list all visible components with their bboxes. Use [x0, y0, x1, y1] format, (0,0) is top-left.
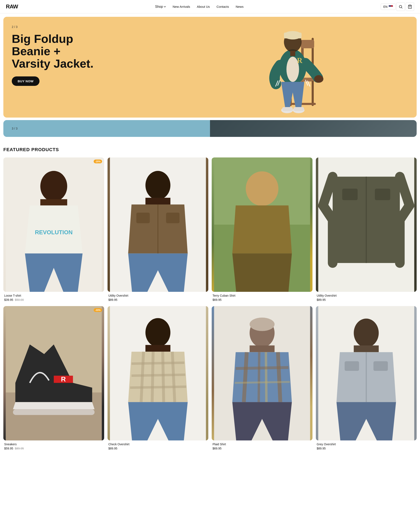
product-image — [212, 157, 313, 292]
product-image — [212, 306, 313, 440]
nav-about-us[interactable]: About Us — [197, 5, 210, 9]
product-card[interactable]: Terry Cuban Shirt $69.95 — [212, 157, 313, 303]
svg-line-52 — [163, 352, 164, 402]
main-nav: Shop New Arrivals About Us Contacts News — [155, 5, 244, 9]
slide-content: 2 / 3 Big FoldupBeanie +Varsity Jacket. … — [12, 25, 93, 86]
svg-rect-31 — [146, 198, 171, 204]
product-image — [107, 157, 208, 292]
product-image — [316, 157, 417, 292]
product-card[interactable]: Utility Overshirt $89.95 — [316, 157, 417, 303]
product-image: -33% R — [3, 306, 104, 440]
nav-news[interactable]: News — [236, 5, 244, 9]
svg-rect-71 — [373, 361, 388, 371]
product-name: Check Overshirt — [108, 443, 208, 446]
hero-slide-1: 2 / 3 Big FoldupBeanie +Varsity Jacket. … — [3, 17, 417, 118]
chevron-down-icon — [164, 6, 166, 7]
product-name: Sneakers — [4, 443, 103, 446]
brand-logo[interactable]: RAW — [6, 3, 18, 10]
product-price: $69.95 — [212, 298, 312, 301]
header-actions: EN — [381, 2, 414, 11]
product-price: $69.95 — [212, 447, 312, 450]
products-grid: -20% REVOLUTION Loose T-shirt $39.95 $50… — [3, 157, 417, 451]
nav-new-arrivals[interactable]: New Arrivals — [173, 5, 190, 9]
preview-image — [210, 120, 417, 137]
svg-point-68 — [354, 318, 379, 347]
product-info: Utility Overshirt $89.95 — [107, 292, 208, 303]
svg-rect-45 — [13, 409, 95, 415]
svg-rect-13 — [284, 33, 302, 38]
product-name: Loose T-shirt — [4, 294, 103, 297]
discount-badge: -20% — [94, 159, 102, 163]
product-image — [107, 306, 208, 440]
product-price: $39.95 $50.00 — [4, 298, 103, 301]
language-selector[interactable]: EN — [381, 4, 396, 10]
product-name: Plaid Shirt — [212, 443, 312, 446]
product-info: Grey Overshirt $89.95 — [316, 440, 417, 451]
svg-rect-69 — [354, 345, 379, 352]
preview-counter: 3 / 3 — [12, 127, 18, 130]
cart-icon — [408, 5, 412, 9]
svg-line-66 — [235, 382, 290, 383]
svg-line-62 — [259, 352, 259, 402]
section-title: FEATURED PRODUCTS — [3, 147, 417, 152]
product-info: Loose T-shirt $39.95 $50.00 — [3, 292, 104, 303]
svg-rect-32 — [136, 213, 150, 223]
slide-title: Big FoldupBeanie +Varsity Jacket. — [12, 33, 93, 70]
svg-line-51 — [152, 352, 153, 402]
model-illustration: R — [253, 21, 333, 118]
original-price: $89.95 — [15, 447, 24, 450]
svg-rect-19 — [294, 107, 304, 111]
hero-slide-2[interactable]: 3 / 3 — [3, 120, 417, 137]
svg-point-59 — [250, 318, 275, 331]
cart-button[interactable] — [406, 2, 414, 11]
svg-rect-4 — [301, 40, 314, 48]
product-info: Terry Cuban Shirt $69.95 — [212, 292, 313, 303]
svg-text:REVOLUTION: REVOLUTION — [35, 229, 73, 236]
svg-rect-7 — [312, 81, 314, 106]
product-price: $89.95 — [108, 298, 208, 301]
svg-line-54 — [131, 363, 184, 364]
product-info: Utility Overshirt $89.95 — [316, 292, 417, 303]
product-image: -20% REVOLUTION — [3, 157, 104, 292]
product-price: $89.95 — [317, 447, 416, 450]
product-price: $89.95 — [108, 447, 208, 450]
nav-shop[interactable]: Shop — [155, 5, 166, 9]
product-info: Sneakers $59.95 $89.95 — [3, 440, 104, 451]
search-button[interactable] — [396, 2, 405, 11]
hero-model-svg: R — [253, 21, 333, 118]
product-info: Check Overshirt $89.95 — [107, 440, 208, 451]
svg-line-64 — [278, 352, 280, 402]
product-price: $89.95 — [317, 298, 416, 301]
product-card[interactable]: Check Overshirt $89.95 — [107, 306, 208, 451]
product-card[interactable]: Grey Overshirt $89.95 — [316, 306, 417, 451]
discount-badge: -33% — [94, 308, 102, 312]
svg-rect-41 — [375, 189, 390, 200]
product-name: Utility Overshirt — [108, 294, 208, 297]
search-icon — [399, 5, 403, 9]
svg-text:R: R — [297, 56, 303, 65]
product-image — [316, 306, 417, 440]
product-card[interactable]: Utility Overshirt $89.95 — [107, 157, 208, 303]
slide-counter: 2 / 3 — [12, 25, 93, 28]
svg-line-55 — [131, 375, 185, 376]
site-header: RAW Shop New Arrivals About Us Contacts … — [0, 0, 420, 13]
buy-now-button[interactable]: BUY NOW — [12, 76, 39, 86]
product-card[interactable]: -20% REVOLUTION Loose T-shirt $39.95 $50… — [3, 157, 104, 303]
svg-point-48 — [146, 318, 171, 347]
svg-line-56 — [130, 387, 186, 388]
original-price: $50.00 — [15, 298, 24, 301]
svg-point-30 — [146, 171, 171, 200]
svg-rect-40 — [342, 189, 358, 200]
product-card[interactable]: Plaid Shirt $69.95 — [212, 306, 313, 451]
product-card[interactable]: -33% R Sneakers $59.95 $89.95 — [3, 306, 104, 451]
svg-rect-18 — [282, 107, 293, 111]
svg-rect-70 — [345, 361, 359, 371]
nav-contacts[interactable]: Contacts — [217, 5, 229, 9]
svg-point-37 — [246, 171, 278, 206]
svg-point-15 — [314, 75, 324, 83]
svg-line-65 — [236, 367, 288, 369]
featured-products-section: FEATURED PRODUCTS -20% REVOLUTION Loose … — [0, 137, 420, 458]
product-price: $59.95 $89.95 — [4, 447, 103, 450]
hero-image-area: R — [169, 17, 417, 118]
svg-point-26 — [40, 171, 67, 201]
